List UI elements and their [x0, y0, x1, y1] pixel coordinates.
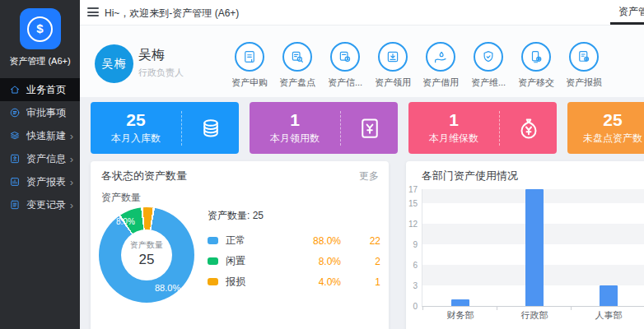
x-axis-label: 行政部 [521, 309, 548, 322]
sidebar-item-label: 资产信息 [26, 152, 66, 166]
welcome-text: Hi~，欢迎来到-资产管理 (A6+) [105, 7, 239, 21]
legend-row-1: 闲置 8.0% 2 [208, 251, 380, 271]
quick-action-label: 资产信... [321, 76, 369, 89]
stat-card-value: 1 [250, 110, 340, 129]
quick-action-7[interactable]: 资产报损 [560, 42, 608, 89]
user-strip: 吴梅 吴梅 行政负责人 资产申购 资产盘点 资产信... 资产领用 资产借用 资… [80, 25, 644, 97]
quick-action-label: 资产移交 [512, 76, 560, 89]
chevron-right-icon: › [70, 200, 73, 211]
stat-card-value: 1 [408, 110, 499, 129]
brand-title: 资产管理 (A6+) [0, 55, 80, 67]
change-record-icon [9, 199, 21, 211]
y-axis-tick-label: 3 [413, 280, 418, 290]
quick-action-label: 资产盘点 [273, 76, 321, 89]
chevron-right-icon: › [70, 177, 73, 188]
panel-title: 各状态的资产数量 [101, 169, 187, 183]
y-axis-tick-label: 17 [408, 185, 418, 194]
quick-action-5[interactable]: 资产维... [464, 42, 512, 89]
stat-card-value: 25 [567, 110, 644, 129]
money-bag-icon [516, 116, 541, 141]
x-axis-tick [497, 306, 497, 310]
clipboard-yen-icon [357, 116, 382, 141]
bar-人事部 [600, 285, 618, 306]
asset-report-icon [9, 176, 21, 188]
quick-action-label: 资产申购 [226, 76, 273, 89]
asset-clock-icon [338, 49, 352, 64]
dollar-icon: $ [27, 16, 53, 42]
legend-swatch [208, 257, 218, 265]
brand-logo-icon: $ [20, 8, 61, 49]
stat-card-label: 本月维保数 [408, 132, 499, 146]
quick-action-label: 资产报损 [560, 76, 608, 89]
topbar: Hi~，欢迎来到-资产管理 (A6+) 资产管理 [80, 0, 644, 25]
stat-card-value: 25 [91, 110, 181, 129]
quick-action-2[interactable]: 资产信... [321, 42, 369, 89]
y-axis-tick-label: 9 [413, 239, 418, 248]
home-icon [9, 84, 21, 95]
hamburger-icon[interactable] [87, 7, 99, 16]
donut-center-label: 资产数量 [121, 239, 172, 251]
bar-chart: 财务部行政部人事部 [422, 189, 644, 307]
y-axis-tick-label: 15 [408, 198, 418, 207]
sidebar-item-label: 业务首页 [26, 83, 66, 97]
donut-legend: 资产数量: 25 正常 88.0% 22 闲置 8.0% 2 报损 4.0% 1 [208, 209, 380, 292]
tab-asset-management[interactable]: 资产管理 [610, 0, 644, 25]
sidebar-item-label: 变更记录 [26, 198, 66, 212]
sidebar-item-4[interactable]: 资产报表 › [0, 170, 80, 193]
stat-card-0: 25 本月入库数 [91, 102, 239, 154]
sidebar-item-1[interactable]: 审批事项 [0, 101, 80, 124]
legend-percent: 4.0% [296, 276, 341, 288]
stat-card-3: 25 未盘点资产数 [567, 102, 644, 154]
x-axis-label: 人事部 [595, 309, 623, 322]
app-root: $ 资产管理 (A6+) 业务首页 审批事项 快速新建 › 资产信息 › 资产报… [0, 0, 644, 329]
sidebar-item-label: 快速新建 [26, 129, 66, 143]
user-name: 吴梅 [138, 47, 165, 64]
stat-card-label: 本月领用数 [250, 132, 340, 146]
y-axis-labels: 0369121517 [406, 189, 419, 306]
more-link[interactable]: 更多 [359, 169, 379, 183]
chevron-right-icon: › [70, 154, 73, 164]
asset-info-icon [9, 153, 21, 164]
sidebar-menu: 业务首页 审批事项 快速新建 › 资产信息 › 资产报表 › 变更记录 › [0, 78, 80, 216]
sidebar-item-3[interactable]: 资产信息 › [0, 147, 80, 170]
shield-icon [481, 49, 496, 64]
borrow-icon [433, 49, 448, 64]
panel-subtitle: 资产数量 [101, 191, 141, 205]
avatar: 吴梅 [95, 44, 133, 83]
donut-slice-label: 88.0% [155, 283, 180, 293]
quick-action-label: 资产借用 [417, 76, 464, 89]
quick-action-4[interactable]: 资产借用 [417, 42, 464, 89]
quick-action-1[interactable]: 资产盘点 [273, 42, 321, 89]
sidebar-item-2[interactable]: 快速新建 › [0, 124, 80, 147]
x-axis-tick [422, 306, 423, 310]
sidebar-item-5[interactable]: 变更记录 › [0, 193, 80, 216]
transfer-icon [529, 49, 544, 64]
sidebar-item-0[interactable]: 业务首页 [0, 78, 80, 101]
sidebar: $ 资产管理 (A6+) 业务首页 审批事项 快速新建 › 资产信息 › 资产报… [0, 0, 80, 329]
quick-action-0[interactable]: 资产申购 [226, 42, 273, 89]
stat-cards: 25 本月入库数 1 本月领用数 1 本月维保数 25 未盘点资产数 [91, 102, 644, 154]
legend-swatch [208, 237, 218, 244]
dept-usage-panel: 各部门资产使用情况 0369121517 财务部行政部人事部 [406, 161, 644, 329]
panel-title: 各部门资产使用情况 [422, 169, 518, 183]
quick-action-3[interactable]: 资产领用 [369, 42, 417, 89]
x-axis-tick [571, 306, 572, 310]
damage-icon [576, 49, 591, 64]
coins-icon [198, 116, 223, 141]
donut-slice-label: 8.0% [116, 217, 135, 226]
legend-percent: 8.0% [296, 256, 341, 267]
legend-name: 闲置 [226, 254, 245, 268]
asset-status-panel: 各状态的资产数量 更多 资产数量 8.0% 88.0% 资产数量 25 资产数量… [91, 161, 389, 329]
quick-action-label: 资产维... [464, 76, 512, 89]
quick-action-6[interactable]: 资产移交 [512, 42, 560, 89]
stat-card-label: 未盘点资产数 [567, 132, 644, 146]
donut-chart: 8.0% 88.0% 资产数量 25 [99, 207, 194, 303]
legend-title: 资产数量: 25 [208, 209, 380, 223]
stat-card-2: 1 本月维保数 [408, 102, 557, 154]
chevron-right-icon: › [70, 131, 73, 141]
legend-count: 1 [341, 276, 380, 288]
approval-icon [9, 107, 21, 118]
legend-count: 22 [341, 235, 380, 247]
donut-center: 资产数量 25 [121, 229, 172, 280]
legend-percent: 88.0% [296, 235, 341, 247]
